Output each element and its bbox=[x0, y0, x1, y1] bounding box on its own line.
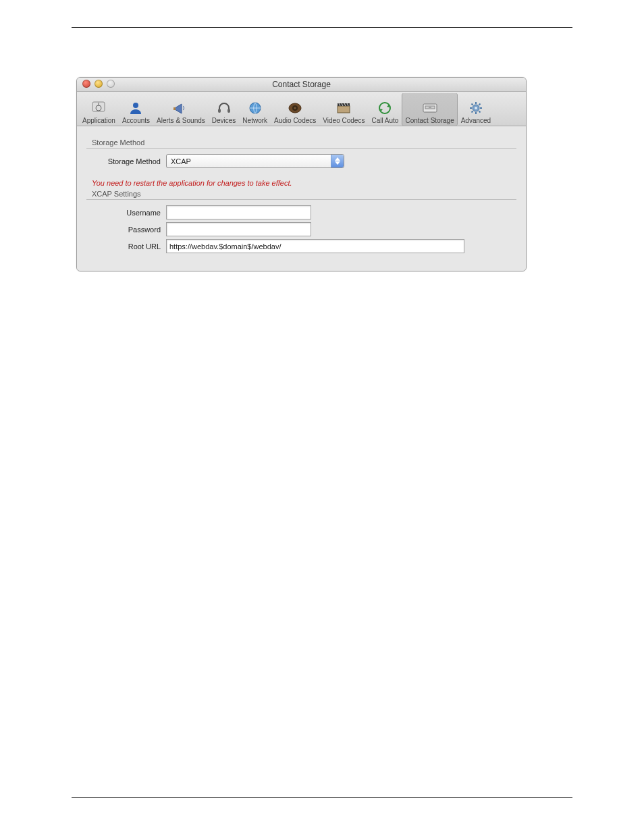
tab-video-codecs[interactable]: Video Codecs bbox=[319, 93, 368, 126]
tab-label: Contact Storage bbox=[405, 117, 454, 124]
minimize-icon[interactable] bbox=[95, 80, 103, 88]
storage-method-value: XCAP bbox=[171, 157, 191, 165]
accounts-icon bbox=[127, 100, 144, 116]
speaker-icon bbox=[286, 100, 304, 116]
tab-contact-storage[interactable]: Contact Storage bbox=[402, 93, 457, 126]
tab-devices[interactable]: Devices bbox=[209, 93, 240, 126]
chevron-updown-icon bbox=[331, 155, 344, 167]
headset-icon bbox=[215, 100, 233, 116]
tab-audio-codecs[interactable]: Audio Codecs bbox=[271, 93, 319, 126]
svg-line-23 bbox=[479, 111, 480, 112]
svg-line-22 bbox=[471, 104, 473, 105]
rooturl-label: Root URL bbox=[86, 242, 166, 251]
storage-method-select[interactable]: XCAP bbox=[166, 154, 344, 168]
tab-label: Network bbox=[242, 117, 267, 124]
titlebar: Contact Storage bbox=[77, 78, 526, 92]
tab-network[interactable]: Network bbox=[239, 93, 271, 126]
separator bbox=[86, 199, 516, 200]
globe-icon bbox=[246, 100, 264, 116]
drawer-icon bbox=[421, 100, 439, 116]
tab-label: Audio Codecs bbox=[274, 117, 316, 124]
svg-point-10 bbox=[294, 107, 296, 109]
svg-rect-5 bbox=[218, 109, 221, 113]
separator bbox=[86, 148, 516, 149]
zoom-icon[interactable] bbox=[107, 80, 115, 88]
tab-label: Call Auto bbox=[371, 117, 398, 124]
window-title: Contact Storage bbox=[77, 80, 526, 89]
toolbar: Application Accounts Alerts & Sounds Dev… bbox=[77, 92, 526, 126]
tab-application[interactable]: Application bbox=[79, 93, 119, 126]
gear-icon bbox=[467, 100, 485, 116]
megaphone-icon bbox=[172, 100, 190, 116]
xcap-group-title: XCAP Settings bbox=[92, 190, 516, 198]
storage-method-group-title: Storage Method bbox=[92, 138, 516, 147]
tab-accounts[interactable]: Accounts bbox=[119, 93, 153, 126]
svg-rect-4 bbox=[173, 107, 176, 110]
close-icon[interactable] bbox=[82, 80, 90, 88]
username-label: Username bbox=[86, 209, 166, 217]
tab-label: Devices bbox=[212, 117, 236, 124]
tab-label: Alerts & Sounds bbox=[157, 117, 205, 124]
tab-label: Advanced bbox=[461, 117, 491, 124]
content-area: Storage Method Storage Method XCAP You n… bbox=[77, 126, 526, 271]
restart-warning: You need to restart the application for … bbox=[92, 179, 516, 187]
password-field[interactable] bbox=[166, 222, 311, 236]
refresh-icon bbox=[376, 100, 394, 116]
svg-rect-16 bbox=[429, 107, 431, 108]
clapperboard-icon bbox=[335, 100, 352, 116]
username-field[interactable] bbox=[166, 205, 311, 219]
svg-point-13 bbox=[379, 103, 390, 113]
tab-label: Video Codecs bbox=[323, 117, 365, 124]
application-icon bbox=[90, 100, 107, 116]
svg-point-3 bbox=[133, 103, 138, 108]
tab-label: Accounts bbox=[122, 117, 150, 124]
svg-line-24 bbox=[479, 104, 480, 105]
tab-alerts-sounds[interactable]: Alerts & Sounds bbox=[153, 93, 209, 126]
password-label: Password bbox=[86, 226, 166, 234]
svg-rect-6 bbox=[227, 109, 230, 113]
svg-line-25 bbox=[471, 111, 473, 112]
svg-rect-11 bbox=[338, 106, 350, 113]
tab-label: Application bbox=[82, 117, 115, 124]
svg-point-26 bbox=[475, 107, 477, 109]
rooturl-field[interactable] bbox=[166, 239, 464, 253]
storage-method-label: Storage Method bbox=[86, 157, 166, 165]
tab-advanced[interactable]: Advanced bbox=[458, 93, 494, 126]
tab-call-auto[interactable]: Call Auto bbox=[368, 93, 402, 126]
preferences-window: Contact Storage Application Accounts Ale… bbox=[76, 77, 527, 271]
